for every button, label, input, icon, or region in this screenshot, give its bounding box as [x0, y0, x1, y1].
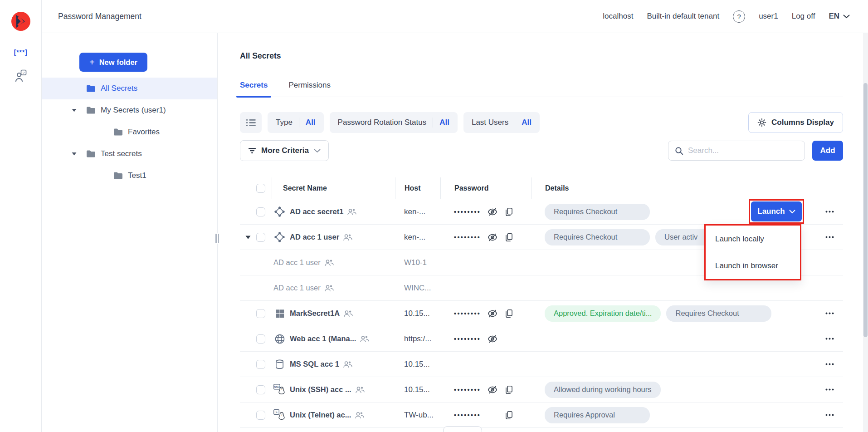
help-icon[interactable]: ? [733, 10, 745, 23]
partial-row-element [443, 426, 482, 432]
app-title: Password Management [58, 12, 141, 21]
filter-type[interactable]: Type All [268, 112, 324, 133]
collapse-icon[interactable] [72, 152, 77, 156]
row-menu-button[interactable] [816, 338, 843, 340]
col-password: Password [440, 177, 531, 199]
row-menu-button[interactable] [816, 363, 843, 365]
secret-name: Web acc 1 (Mana... [290, 334, 356, 343]
tab-bar: Secrets Permissions [240, 81, 843, 97]
menu-item-launch-locally[interactable]: Launch locally [706, 226, 800, 252]
row-checkbox[interactable] [256, 385, 265, 394]
tab-secrets[interactable]: Secrets [240, 81, 268, 97]
table-row[interactable]: MS SQL acc 1 10.15... [240, 352, 843, 377]
menu-item-launch-in-browser[interactable]: Launch in browser [706, 252, 800, 279]
ellipsis-icon [825, 414, 834, 416]
tree-item-all-secrets[interactable]: All Secrets [42, 78, 217, 99]
ellipsis-icon [825, 211, 834, 213]
vertical-scrollbar[interactable] [863, 33, 868, 432]
search-icon [675, 147, 683, 155]
accounts-icon [360, 335, 369, 343]
tree-item-test1[interactable]: Test1 [42, 165, 217, 187]
panel-resize-handle[interactable] [215, 233, 219, 244]
list-view-button[interactable] [240, 112, 262, 133]
add-button[interactable]: Add [812, 141, 843, 161]
user-help-icon[interactable]: ? [15, 69, 27, 83]
logoff-button[interactable]: Log off [792, 12, 815, 21]
host-value: 10.15... [395, 360, 440, 369]
chevron-down-icon [314, 149, 321, 153]
more-criteria-button[interactable]: More Criteria [240, 140, 329, 161]
row-menu-button[interactable] [816, 414, 843, 416]
row-menu-button[interactable] [816, 388, 843, 391]
row-checkbox[interactable] [256, 360, 265, 369]
hide-password-icon[interactable] [488, 207, 497, 217]
windows-icon [273, 309, 286, 319]
row-menu-button[interactable] [816, 312, 843, 314]
hide-password-icon[interactable] [488, 232, 497, 242]
search-field[interactable] [668, 141, 805, 161]
copy-password-icon[interactable] [504, 232, 514, 242]
svg-text:?: ? [23, 71, 25, 75]
row-checkbox[interactable] [256, 334, 265, 344]
host-value: 10.15... [395, 385, 440, 394]
filter-last-users[interactable]: Last Users All [463, 112, 540, 133]
filter-rotation-status[interactable]: Password Rotation Status All [330, 112, 458, 133]
launch-button[interactable]: Launch [751, 201, 802, 221]
row-checkbox[interactable] [256, 207, 265, 216]
tab-permissions[interactable]: Permissions [288, 81, 331, 97]
table-row[interactable]: MarkSecret1A 10.15... •••••••• Approved.… [240, 301, 843, 326]
table-row[interactable]: SSH Unix (SSH) acc ... 10.15... ••••••••… [240, 377, 843, 403]
host-value: ken-... [395, 233, 440, 242]
scrollbar-thumb[interactable] [863, 83, 868, 337]
table-row[interactable]: Web acc 1 (Mana... https:/... •••••••• [240, 326, 843, 352]
masked-password: •••••••• [454, 234, 481, 241]
server-name: localhost [603, 12, 633, 21]
collapse-row-icon[interactable] [245, 235, 251, 239]
folder-icon [86, 107, 96, 114]
host-value: 10.15... [395, 309, 440, 318]
ellipsis-icon [825, 236, 834, 238]
tree-item-my-secrets[interactable]: My Secrets (user1) [42, 99, 217, 121]
row-checkbox[interactable] [256, 309, 265, 318]
select-all-checkbox[interactable] [256, 184, 265, 193]
secret-name: MarkSecret1A [290, 309, 340, 318]
ellipsis-icon [825, 312, 834, 314]
masked-password: •••••••• [454, 208, 481, 216]
hide-password-icon[interactable] [488, 309, 497, 319]
copy-password-icon[interactable] [504, 309, 514, 319]
row-checkbox[interactable] [256, 411, 265, 420]
user-menu[interactable]: user1 [759, 12, 778, 21]
secret-name: Unix (SSH) acc ... [290, 385, 351, 394]
status-badge: Allowed during working hours [545, 382, 661, 398]
status-badge: Requires Approval [545, 407, 650, 423]
page-title: All Secrets [240, 50, 843, 61]
new-folder-button[interactable]: + New folder [79, 53, 147, 72]
masked-password: •••••••• [454, 412, 481, 419]
plus-icon: + [89, 57, 95, 68]
accounts-icon [343, 234, 352, 241]
row-menu-button[interactable] [816, 211, 843, 213]
table-row[interactable]: > Unix (Telnet) ac... TW-ub... •••••••• … [240, 403, 843, 428]
search-input[interactable] [688, 146, 798, 155]
copy-password-icon[interactable] [504, 410, 514, 420]
host-value: W10-1 [395, 258, 440, 267]
secret-name: AD acc 1 user [273, 258, 321, 267]
hide-password-icon[interactable] [488, 385, 497, 395]
main-panel: All Secrets Secrets Permissions Type [218, 33, 868, 432]
password-vault-icon[interactable]: [***] [14, 48, 27, 56]
gear-icon [757, 118, 766, 127]
collapse-icon[interactable] [72, 108, 77, 112]
row-checkbox[interactable] [256, 233, 265, 242]
accounts-icon [347, 208, 356, 216]
tenant-name: Built-in default tenant [647, 12, 719, 21]
row-menu-button[interactable] [816, 236, 843, 238]
columns-display-button[interactable]: Columns Display [748, 112, 843, 133]
copy-password-icon[interactable] [504, 385, 514, 395]
tree-item-favorites[interactable]: Favorites [42, 121, 217, 143]
hide-password-icon[interactable] [488, 334, 497, 344]
language-selector[interactable]: EN [829, 12, 850, 21]
copy-password-icon[interactable] [504, 207, 514, 217]
unix-telnet-icon: > [273, 409, 286, 421]
host-value: https:/... [395, 334, 440, 344]
tree-item-test-secrets[interactable]: Test secrets [42, 143, 217, 165]
